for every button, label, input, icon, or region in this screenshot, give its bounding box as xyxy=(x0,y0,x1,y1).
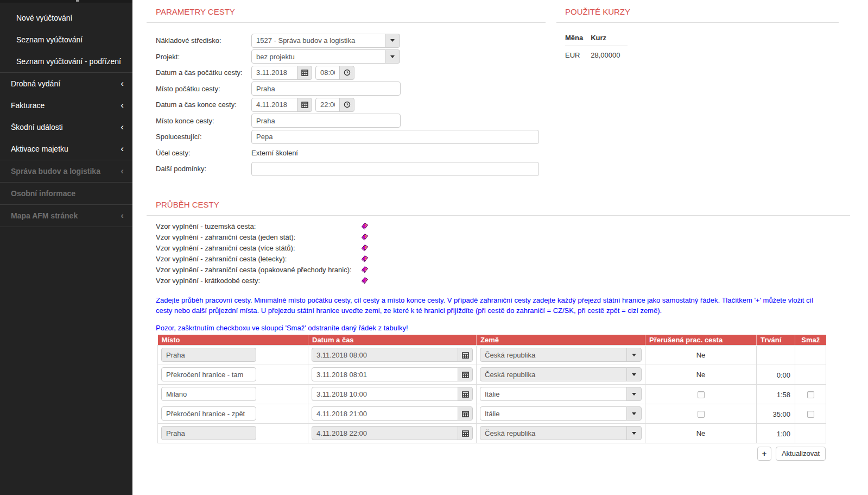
trip-prerusena-checkbox[interactable] xyxy=(698,391,705,398)
scroll-dash xyxy=(76,0,79,2)
stredisko-dropdown-button[interactable] xyxy=(385,34,400,48)
trip-calendar-button[interactable] xyxy=(458,387,473,401)
chevron-left-icon: ‹ xyxy=(121,160,124,182)
trip-calendar-button[interactable] xyxy=(458,426,473,440)
trip-row-2: Ne 0:00 xyxy=(158,365,826,384)
trip-zeme-input[interactable] xyxy=(480,387,627,401)
spolucestujici-input[interactable] xyxy=(251,130,539,144)
sidebar-item-label: Mapa AFM stránek xyxy=(11,211,78,220)
svg-text:?: ? xyxy=(364,256,367,261)
sidebar-item-label: Fakturace xyxy=(11,101,45,110)
help-book-icon[interactable]: ? xyxy=(361,222,369,230)
misto-konce-label: Místo konce cesty: xyxy=(156,117,251,125)
datum-konce-calendar-button[interactable] xyxy=(297,98,312,112)
kurzy-mena-value: EUR xyxy=(565,46,591,60)
kurzy-header-kurz: Kurz xyxy=(591,34,628,46)
projekt-input[interactable] xyxy=(251,49,385,64)
sidebar-item-drobna-vydani[interactable]: Drobná vydání ‹ xyxy=(0,73,132,95)
sidebar-item-mapa-afm-stranek[interactable]: Mapa AFM stránek ‹ xyxy=(0,205,132,227)
trip-datum-input[interactable] xyxy=(312,406,458,421)
ucel-value: Externí školení xyxy=(251,149,298,157)
form-row-datum-konce: Datum a čas konce cesty: xyxy=(156,97,546,113)
datum-pocatku-calendar-button[interactable] xyxy=(297,66,312,80)
svg-text:?: ? xyxy=(364,234,367,239)
trip-datum-input[interactable] xyxy=(312,387,458,401)
sidebar-item-aktivace-majetku[interactable]: Aktivace majetku ‹ xyxy=(0,138,132,160)
stredisko-input[interactable] xyxy=(251,34,385,48)
trip-calendar-button[interactable] xyxy=(458,348,473,362)
main-content: PARAMETRY CESTY Nákladové středisko: Pro… xyxy=(132,0,868,495)
form-row-stredisko: Nákladové středisko: xyxy=(156,33,546,49)
vzor-row-kratkodobe: Vzor vyplnění - krátkodobé cesty: ? xyxy=(156,275,850,286)
sidebar-item-fakturace[interactable]: Fakturace ‹ xyxy=(0,95,132,116)
trip-smaz-cell xyxy=(795,345,826,365)
trip-datum-input xyxy=(312,348,458,362)
cas-konce-group xyxy=(315,98,354,112)
dalsi-podminky-input[interactable] xyxy=(251,162,539,176)
chevron-left-icon: ‹ xyxy=(121,116,124,138)
trip-zeme-dropdown-button[interactable] xyxy=(626,367,642,381)
trip-table-header-row: Místo Datum a čas Země Přerušená prac. c… xyxy=(158,335,826,345)
trip-smaz-cell xyxy=(795,365,826,384)
help-book-icon[interactable]: ? xyxy=(361,244,369,252)
trip-zeme-dropdown-button[interactable] xyxy=(626,426,642,440)
misto-pocatku-input[interactable] xyxy=(251,82,401,96)
sidebar-item-seznam-vyuctovani[interactable]: Seznam vyúčtování xyxy=(0,29,132,51)
form-row-spolucestujici: Spolucestující: xyxy=(156,129,546,145)
trip-prerusena-value: Ne xyxy=(645,345,757,365)
sidebar-item-nove-vyuctovani[interactable]: Nové vyúčtování xyxy=(0,7,132,29)
trip-misto-input[interactable] xyxy=(161,387,256,401)
misto-konce-input[interactable] xyxy=(251,114,401,128)
trip-misto-input[interactable] xyxy=(161,367,256,381)
sidebar-item-seznam-vyuctovani-podrizeni[interactable]: Seznam vyúčtování - podřízení xyxy=(0,51,132,72)
section-divider xyxy=(556,22,839,23)
help-book-icon[interactable]: ? xyxy=(361,233,369,241)
trip-zeme-input[interactable] xyxy=(480,406,627,421)
sidebar: Nové vyúčtování Seznam vyúčtování Seznam… xyxy=(0,0,132,495)
datum-pocatku-group xyxy=(251,66,312,80)
help-book-icon[interactable]: ? xyxy=(361,277,369,284)
trip-calendar-button[interactable] xyxy=(458,406,473,421)
trip-zeme-input xyxy=(480,367,627,381)
calendar-icon xyxy=(462,430,469,437)
trip-calendar-button[interactable] xyxy=(458,367,473,381)
trip-row-5: Ne 1:00 xyxy=(158,423,826,443)
kurzy-kurz-value: 28,00000 xyxy=(591,46,628,60)
trip-smaz-checkbox[interactable] xyxy=(807,411,814,418)
trip-zeme-dropdown-button[interactable] xyxy=(626,348,642,362)
sidebar-item-label: Aktivace majetku xyxy=(11,145,68,153)
sidebar-group-mapa-afm: Mapa AFM stránek ‹ xyxy=(0,205,132,227)
chevron-left-icon: ‹ xyxy=(121,95,124,116)
sidebar-group-osobni-informace: Osobní informace xyxy=(0,183,132,205)
sidebar-item-skodni-udalosti[interactable]: Škodní události ‹ xyxy=(0,116,132,138)
trip-smaz-checkbox[interactable] xyxy=(807,391,814,398)
cas-konce-clock-button[interactable] xyxy=(339,98,354,112)
datum-pocatku-input[interactable] xyxy=(251,66,297,80)
trip-prerusena-checkbox[interactable] xyxy=(698,411,705,418)
datum-konce-input[interactable] xyxy=(251,98,297,112)
ucel-label: Účel cesty: xyxy=(156,149,251,157)
help-book-icon[interactable]: ? xyxy=(361,255,369,262)
trip-zeme-dropdown-button[interactable] xyxy=(626,387,642,401)
cas-konce-input[interactable] xyxy=(315,98,340,112)
projekt-dropdown-button[interactable] xyxy=(385,49,400,64)
trip-misto-input[interactable] xyxy=(161,406,256,421)
trip-zeme-dropdown-button[interactable] xyxy=(626,406,642,421)
help-book-icon[interactable]: ? xyxy=(361,266,369,273)
trip-trvani-value: 1:58 xyxy=(757,384,795,404)
add-row-button[interactable]: + xyxy=(757,447,771,461)
calendar-icon xyxy=(462,371,469,378)
cas-pocatku-input[interactable] xyxy=(315,66,340,80)
update-button[interactable]: Aktualizovat xyxy=(776,447,826,461)
trip-header-zeme: Země xyxy=(477,335,645,345)
sidebar-item-sprava-budov-a-logistika[interactable]: Správa budov a logistika ‹ xyxy=(0,160,132,182)
svg-text:?: ? xyxy=(364,278,367,283)
sidebar-item-osobni-informace[interactable]: Osobní informace xyxy=(0,183,132,204)
projekt-combobox xyxy=(251,49,400,64)
trip-row-1: Ne xyxy=(158,345,826,365)
form-row-misto-konce: Místo konce cesty: xyxy=(156,113,546,129)
chevron-down-icon xyxy=(632,412,636,415)
sidebar-item-label: Seznam vyúčtování - podřízení xyxy=(16,57,121,66)
trip-datum-input[interactable] xyxy=(312,367,458,381)
cas-pocatku-clock-button[interactable] xyxy=(339,66,354,80)
